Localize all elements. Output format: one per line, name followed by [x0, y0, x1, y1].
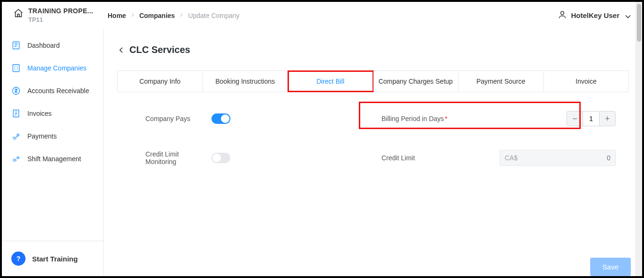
sidebar: Dashboard Manage Companies Accounts Rece…: [2, 29, 104, 276]
sidebar-item-label: Manage Companies: [27, 64, 86, 72]
svg-point-6: [17, 156, 19, 158]
dashboard-icon: [11, 41, 21, 50]
page-title: CLC Services: [129, 44, 190, 55]
sidebar-item-dashboard[interactable]: Dashboard: [6, 34, 100, 57]
billing-period-stepper: − +: [567, 111, 616, 126]
sidebar-item-accounts-receivable[interactable]: Accounts Receivable: [6, 79, 100, 102]
payments-icon: [11, 131, 21, 141]
svg-point-0: [561, 11, 564, 15]
tab-direct-bill[interactable]: Direct Bill: [288, 71, 373, 92]
tab-payment-source[interactable]: Payment Source: [458, 71, 544, 92]
chevron-right-icon: [130, 12, 136, 19]
chevron-down-icon: [623, 12, 631, 19]
svg-rect-2: [13, 65, 19, 72]
credit-limit-label: Credit Limit: [381, 154, 415, 162]
companies-icon: [11, 63, 21, 73]
billing-period-decrement-button[interactable]: −: [567, 112, 583, 126]
tabs: Company Info Booking Instructions Direct…: [117, 70, 629, 92]
tab-booking-instructions[interactable]: Booking Instructions: [203, 71, 288, 92]
tab-invoice[interactable]: Invoice: [544, 71, 629, 92]
sidebar-item-label: Dashboard: [27, 42, 60, 49]
sidebar-item-shift-management[interactable]: Shift Management: [6, 148, 100, 170]
company-pays-label: Company Pays: [117, 115, 212, 122]
help-badge-icon[interactable]: ?: [11, 252, 25, 266]
credit-limit-currency-prefix: CA$: [505, 154, 517, 162]
svg-point-5: [17, 134, 19, 136]
user-icon: [558, 10, 567, 21]
save-button[interactable]: Save: [590, 258, 631, 276]
sidebar-item-label: Payments: [27, 132, 57, 140]
credit-limit-input: [517, 154, 610, 162]
sidebar-item-payments[interactable]: Payments: [6, 125, 100, 148]
billing-period-increment-button[interactable]: +: [599, 112, 615, 126]
accounts-receivable-icon: [11, 86, 21, 96]
tab-company-charges-setup[interactable]: Company Charges Setup: [373, 71, 459, 92]
user-name: HotelKey User: [571, 11, 619, 19]
billing-period-label: Billing Period in Days*: [381, 115, 448, 122]
sidebar-item-label: Invoices: [27, 110, 51, 117]
credit-limit-monitoring-toggle[interactable]: [212, 153, 230, 163]
sidebar-item-label: Accounts Receivable: [27, 87, 89, 95]
brand: TRAINING PROPE... TP11: [13, 7, 108, 23]
home-building-icon: [13, 8, 24, 18]
main: CLC Services Company Info Booking Instru…: [104, 29, 642, 276]
required-star-icon: *: [445, 115, 447, 122]
company-pays-toggle[interactable]: [212, 113, 230, 124]
sidebar-footer: ? Start Training: [2, 241, 103, 276]
sidebar-item-label: Shift Management: [27, 155, 81, 163]
back-button[interactable]: [117, 46, 126, 54]
topbar: TRAINING PROPE... TP11 Home Companies Up…: [2, 2, 642, 29]
chevron-right-icon: [178, 12, 184, 19]
billing-period-input[interactable]: [583, 112, 599, 126]
invoices-icon: [11, 109, 21, 118]
breadcrumb-home[interactable]: Home: [108, 12, 126, 19]
brand-title: TRAINING PROPE...: [28, 7, 93, 15]
sidebar-item-invoices[interactable]: Invoices: [6, 102, 100, 125]
breadcrumb-current: Update Company: [188, 12, 239, 19]
start-training-button[interactable]: Start Training: [32, 255, 78, 263]
svg-rect-1: [13, 42, 19, 49]
user-menu[interactable]: HotelKey User: [558, 10, 631, 21]
brand-sub: TP11: [28, 16, 93, 24]
tab-company-info[interactable]: Company Info: [118, 71, 203, 92]
shift-management-icon: [11, 154, 21, 164]
breadcrumb-companies[interactable]: Companies: [139, 12, 175, 19]
breadcrumb: Home Companies Update Company: [108, 12, 239, 19]
credit-limit-monitoring-label: Credit Limit Monitoring: [117, 150, 212, 165]
sidebar-item-manage-companies[interactable]: Manage Companies: [6, 57, 100, 79]
credit-limit-field[interactable]: CA$: [500, 150, 616, 166]
